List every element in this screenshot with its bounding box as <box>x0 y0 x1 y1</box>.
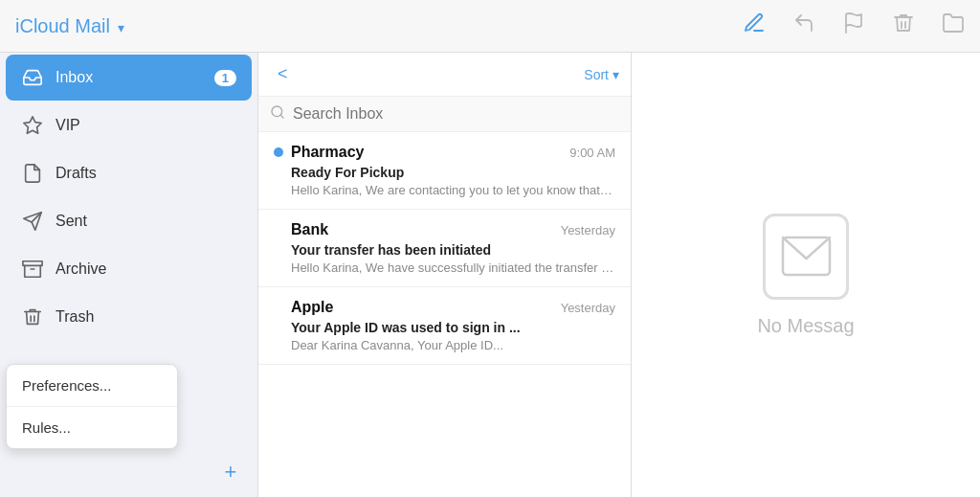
app-title-mail: Mail <box>75 15 110 36</box>
sidebar-item-sent[interactable]: Sent <box>6 198 252 244</box>
email-time: Yesterday <box>561 223 615 237</box>
sidebar: Inbox 1 VIP D <box>0 53 258 497</box>
add-mailbox-button[interactable]: + <box>215 457 246 487</box>
vip-icon <box>21 114 44 137</box>
email-time: 9:00 AM <box>569 146 615 160</box>
dropdown-menu: Preferences... Rules... <box>6 364 178 449</box>
sidebar-item-archive[interactable]: Archive <box>6 246 252 292</box>
archive-icon <box>21 258 44 281</box>
detail-panel: No Messag <box>632 53 980 497</box>
archive-label: Archive <box>56 260 236 278</box>
search-icon <box>270 104 285 124</box>
sidebar-item-trash[interactable]: Trash <box>6 294 252 340</box>
email-sender: Bank <box>291 221 328 238</box>
email-preview: Hello Karina, We have successfully initi… <box>274 260 615 275</box>
svg-rect-4 <box>23 261 42 266</box>
email-header-row: Apple Yesterday <box>274 299 615 316</box>
email-preview: Dear Karina Cavanna, Your Apple ID... <box>274 338 615 352</box>
svg-line-9 <box>783 237 807 259</box>
search-bar <box>258 97 631 132</box>
no-message-icon <box>763 214 849 300</box>
sort-button[interactable]: Sort ▾ <box>584 67 619 82</box>
email-sender: Pharmacy <box>291 144 365 161</box>
email-list-panel: < Sort ▾ Pharmacy <box>258 53 632 497</box>
inbox-badge: 1 <box>214 70 236 86</box>
folder-icon[interactable] <box>942 11 965 40</box>
app-title: iCloud Mail ▾ <box>15 15 124 37</box>
preferences-menu-item[interactable]: Preferences... <box>7 365 177 407</box>
flag-icon[interactable] <box>842 11 865 40</box>
sidebar-bottom: + <box>0 447 257 497</box>
email-item-pharmacy[interactable]: Pharmacy 9:00 AM Ready For Pickup Hello … <box>258 132 631 210</box>
sender-wrap: Pharmacy <box>274 144 365 161</box>
search-input[interactable] <box>293 105 619 123</box>
app-title-icloud: iCloud <box>15 15 70 36</box>
inbox-icon <box>21 66 44 89</box>
app-header: iCloud Mail ▾ <box>0 0 980 53</box>
no-message-text: No Messag <box>757 315 854 337</box>
sort-chevron-icon: ▾ <box>612 67 619 82</box>
back-button[interactable]: < <box>270 60 296 88</box>
svg-line-10 <box>806 237 830 259</box>
email-list: Pharmacy 9:00 AM Ready For Pickup Hello … <box>258 132 631 497</box>
drafts-label: Drafts <box>56 165 236 182</box>
sent-label: Sent <box>56 213 236 230</box>
sender-wrap: Bank <box>274 221 328 238</box>
reply-icon[interactable] <box>792 11 815 40</box>
email-sender: Apple <box>291 299 333 316</box>
email-list-header: < Sort ▾ <box>258 53 631 97</box>
email-subject: Ready For Pickup <box>274 165 615 180</box>
email-item-bank[interactable]: Bank Yesterday Your transfer has been in… <box>258 210 631 287</box>
sidebar-item-vip[interactable]: VIP <box>6 102 252 148</box>
email-header-row: Pharmacy 9:00 AM <box>274 144 615 161</box>
vip-label: VIP <box>56 117 236 134</box>
svg-marker-1 <box>24 117 41 133</box>
email-subject: Your transfer has been initiated <box>274 242 615 258</box>
trash-icon[interactable] <box>892 11 915 40</box>
main-content: Inbox 1 VIP D <box>0 53 980 497</box>
drafts-icon <box>21 162 44 185</box>
email-time: Yesterday <box>561 301 615 315</box>
email-header-row: Bank Yesterday <box>274 221 615 238</box>
trash-nav-icon <box>21 305 44 328</box>
email-preview: Hello Karina, We are contacting you to l… <box>274 183 615 197</box>
email-subject: Your Apple ID was used to sign in ... <box>274 320 615 335</box>
sender-wrap: Apple <box>274 299 333 316</box>
sent-icon <box>21 210 44 233</box>
email-item-apple[interactable]: Apple Yesterday Your Apple ID was used t… <box>258 287 631 365</box>
sidebar-item-drafts[interactable]: Drafts <box>6 150 252 196</box>
inbox-label: Inbox <box>56 69 214 86</box>
rules-menu-item[interactable]: Rules... <box>7 407 177 448</box>
header-actions <box>743 11 965 40</box>
sidebar-item-inbox[interactable]: Inbox 1 <box>6 55 252 101</box>
title-chevron-icon[interactable]: ▾ <box>118 20 124 35</box>
trash-label: Trash <box>56 308 236 326</box>
svg-line-7 <box>280 115 283 118</box>
unread-indicator <box>274 147 283 157</box>
compose-icon[interactable] <box>743 11 766 40</box>
